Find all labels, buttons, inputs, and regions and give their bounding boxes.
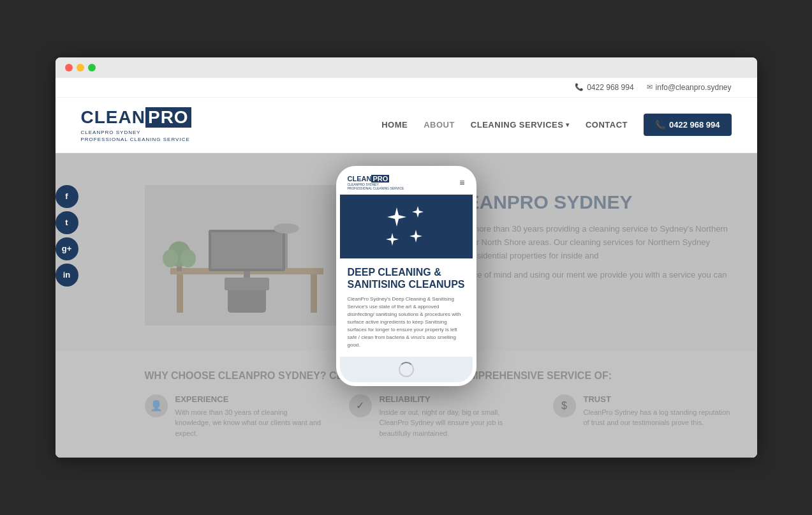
- phone-card-body: CleanPro Sydney's Deep Cleaning & Saniti…: [348, 295, 465, 349]
- browser-dot-green[interactable]: [88, 64, 96, 71]
- nav-bar: CLEAN PRO CLEANPRO SYDNEY PROFESSIONAL C…: [55, 98, 757, 153]
- phone-logo-clean: CLEAN: [348, 175, 372, 183]
- nav-links: HOME ABOUT CLEANING SERVICES CONTACT 📞 0…: [381, 114, 731, 136]
- browser-chrome: [55, 57, 757, 78]
- loading-spinner: [399, 362, 414, 377]
- mobile-phone: CLEAN PRO CLEANPRO SYDNEY PROFESSIONAL C…: [336, 166, 476, 386]
- nav-about[interactable]: ABOUT: [424, 120, 455, 130]
- nav-cta-phone: 0422 968 994: [669, 120, 720, 130]
- nav-home[interactable]: HOME: [381, 120, 408, 130]
- browser-dot-yellow[interactable]: [77, 64, 84, 71]
- phone-bottom-area: [340, 357, 473, 382]
- logo-sub: CLEANPRO SYDNEY PROFESSIONAL CLEANING SE…: [81, 129, 190, 143]
- phone-logo: CLEAN PRO CLEANPRO SYDNEY PROFESSIONAL C…: [348, 175, 404, 190]
- nav-contact[interactable]: CONTACT: [586, 120, 628, 130]
- email-address: info@cleanpro.sydney: [656, 83, 732, 92]
- modal-overlay: CLEAN PRO CLEANPRO SYDNEY PROFESSIONAL C…: [55, 153, 757, 458]
- phone-text-area: DEEP CLEANING & SANITISING CLEANUPS Clea…: [340, 258, 473, 357]
- logo-main: CLEAN PRO: [81, 107, 191, 128]
- browser-dot-red[interactable]: [65, 64, 73, 71]
- hamburger-icon[interactable]: ≡: [459, 177, 464, 188]
- phone-card-title: DEEP CLEANING & SANITISING CLEANUPS: [348, 266, 465, 290]
- browser-window: 📞 0422 968 994 ✉ info@cleanpro.sydney CL…: [55, 57, 757, 458]
- page-body: f t g+ in: [55, 153, 757, 458]
- phone-logo-sub2: PROFESSIONAL CLEANING SERVICE: [348, 186, 404, 190]
- email-icon: ✉: [647, 83, 653, 91]
- nav-cta-button[interactable]: 📞 0422 968 994: [644, 114, 732, 136]
- phone-number: 0422 968 994: [587, 83, 633, 92]
- nav-cleaning-services[interactable]: CLEANING SERVICES: [471, 120, 570, 130]
- phone-icon: 📞: [575, 83, 584, 91]
- phone-top-bar: CLEAN PRO CLEANPRO SYDNEY PROFESSIONAL C…: [340, 170, 473, 195]
- phone-card-image: [340, 195, 473, 258]
- logo-clean: CLEAN: [81, 107, 145, 128]
- sparkles-svg: [381, 201, 432, 252]
- phone-logo-pro: PRO: [371, 175, 389, 183]
- top-bar: 📞 0422 968 994 ✉ info@cleanpro.sydney: [55, 78, 757, 98]
- logo: CLEAN PRO CLEANPRO SYDNEY PROFESSIONAL C…: [81, 107, 191, 143]
- nav-cta-icon: 📞: [655, 120, 665, 130]
- phone-info: 📞 0422 968 994: [575, 83, 633, 92]
- website-content: 📞 0422 968 994 ✉ info@cleanpro.sydney CL…: [55, 78, 757, 458]
- logo-pro: PRO: [145, 107, 191, 128]
- email-info: ✉ info@cleanpro.sydney: [647, 83, 732, 92]
